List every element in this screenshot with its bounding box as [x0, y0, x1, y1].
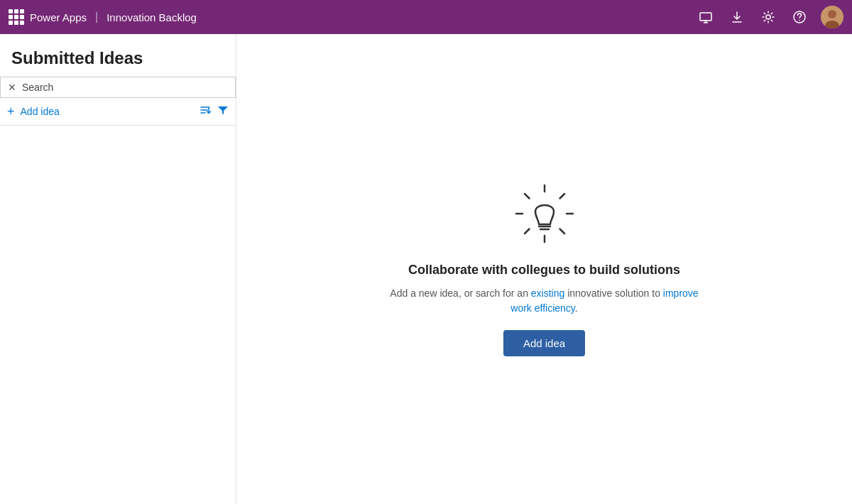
brand-name: Power Apps: [30, 11, 87, 23]
waffle-icon[interactable]: [9, 9, 24, 25]
waffle-dot: [14, 21, 18, 25]
page-title: Submitted Ideas: [0, 34, 236, 77]
waffle-dot: [20, 21, 24, 25]
sarch-link: sarch: [476, 287, 500, 299]
left-panel: Submitted Ideas ✕ Search + Add idea: [0, 34, 236, 504]
empty-state-title: Collaborate with collegues to build solu…: [408, 263, 680, 278]
user-avatar[interactable]: [821, 6, 843, 28]
svg-rect-0: [700, 13, 711, 21]
empty-state-description: Add a new idea, or sarch for an existing…: [381, 286, 708, 316]
sort-icon[interactable]: [199, 104, 212, 119]
svg-point-5: [766, 15, 770, 19]
download-icon[interactable]: [727, 7, 747, 27]
waffle-dot: [9, 15, 13, 19]
search-bar[interactable]: ✕ Search: [0, 77, 236, 98]
waffle-dot: [9, 21, 13, 25]
settings-icon[interactable]: [758, 7, 778, 27]
svg-point-7: [799, 20, 800, 21]
right-panel: Collaborate with collegues to build solu…: [236, 34, 852, 504]
lightbulb-icon: [513, 182, 577, 248]
existing-link[interactable]: existing: [531, 287, 564, 299]
waffle-dot: [14, 9, 18, 13]
add-idea-row: + Add idea: [0, 98, 236, 126]
help-icon[interactable]: [790, 7, 809, 27]
add-idea-cta-button[interactable]: Add idea: [503, 330, 585, 356]
svg-point-9: [828, 10, 836, 18]
add-idea-button[interactable]: + Add idea: [7, 105, 60, 118]
svg-line-21: [525, 229, 530, 234]
main-content: Submitted Ideas ✕ Search + Add idea: [0, 34, 852, 504]
waffle-dot: [9, 9, 13, 13]
search-clear-icon[interactable]: ✕: [8, 82, 16, 93]
waffle-dot: [20, 15, 24, 19]
svg-line-20: [559, 194, 564, 199]
svg-line-19: [559, 229, 564, 234]
plus-icon: +: [7, 105, 15, 118]
list-action-icons: [199, 104, 229, 119]
topnav-left: Power Apps | Innovation Backlog: [9, 9, 197, 25]
search-input[interactable]: Search: [22, 82, 228, 93]
app-name: Innovation Backlog: [106, 11, 197, 23]
top-navigation: Power Apps | Innovation Backlog: [0, 0, 852, 34]
avatar-image: [821, 6, 843, 28]
screen-share-icon[interactable]: [696, 7, 716, 27]
waffle-dot: [20, 9, 24, 13]
nav-separator: |: [95, 11, 98, 23]
svg-line-18: [525, 194, 530, 199]
waffle-dot: [14, 15, 18, 19]
filter-icon[interactable]: [217, 104, 229, 119]
topnav-right: [696, 6, 843, 28]
empty-state: Collaborate with collegues to build solu…: [381, 182, 708, 356]
add-idea-label: Add idea: [21, 106, 60, 117]
